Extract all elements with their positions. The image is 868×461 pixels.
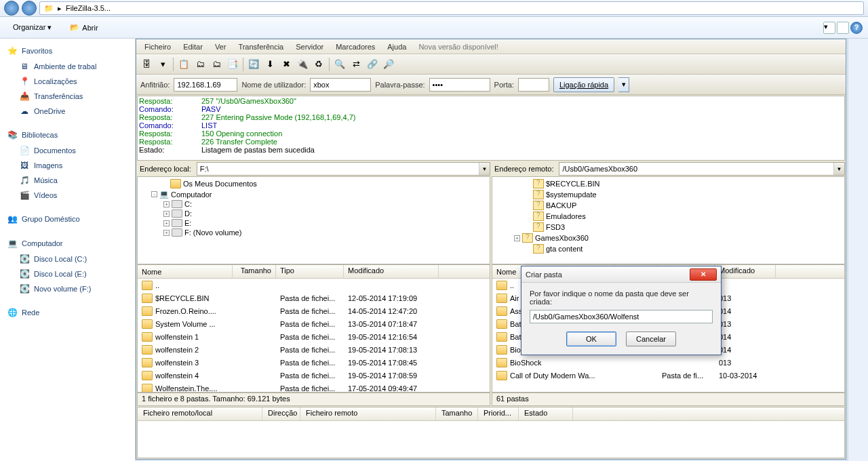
- preview-pane-icon[interactable]: [837, 22, 849, 34]
- organize-button[interactable]: Organizar ▾: [5, 20, 59, 35]
- filter-icon[interactable]: 🔍: [332, 57, 347, 72]
- compare-icon[interactable]: ⇄: [349, 57, 363, 72]
- local-filelist[interactable]: Nome Tamanho Tipo Modificado ..$RECYCLE.…: [137, 264, 490, 393]
- file-row[interactable]: $RECYCLE.BINPasta de fichei...12-05-2014…: [138, 292, 490, 304]
- views-dropdown-icon[interactable]: ▾: [823, 22, 835, 34]
- refresh-icon[interactable]: 🔄: [246, 57, 261, 72]
- sidebar-item[interactable]: 💽Disco Local (C:): [0, 252, 135, 266]
- sidebar-item[interactable]: 💽Novo volume (F:): [0, 281, 135, 296]
- tree-node[interactable]: -💻Computador: [139, 189, 488, 199]
- nav-fwd-button[interactable]: [22, 1, 37, 16]
- new-version-notice[interactable]: Nova versão disponível!: [413, 41, 503, 52]
- file-row[interactable]: BioShock013: [492, 356, 844, 369]
- message-log[interactable]: Resposta:257 "/Usb0/GamesXbox360"Comando…: [137, 96, 845, 161]
- tree-node[interactable]: BACKUP: [494, 200, 843, 211]
- sidebar-item[interactable]: 🖥Ambiente de trabal: [0, 59, 135, 74]
- tree-node[interactable]: FSD3: [494, 222, 843, 233]
- sync-browse-icon[interactable]: 🔗: [365, 57, 380, 72]
- tree-node[interactable]: $RECYCLE.BIN: [494, 178, 843, 189]
- sidebar-item[interactable]: 📍Localizações: [0, 74, 135, 89]
- network-group[interactable]: 🌐Rede: [0, 304, 135, 321]
- queue-col[interactable]: Ficheiro remoto: [300, 407, 436, 420]
- expander-icon[interactable]: +: [163, 230, 170, 236]
- dialog-close-button[interactable]: ✕: [690, 268, 717, 281]
- transfer-queue[interactable]: Ficheiro remoto/localDirecçãoFicheiro re…: [137, 407, 845, 458]
- tree-node[interactable]: +E:: [139, 218, 488, 228]
- local-tree[interactable]: Os Meus Documentos-💻Computador+C:+D:+E:+…: [137, 176, 490, 264]
- remote-addr-dropdown[interactable]: ▼: [833, 163, 844, 175]
- expander-icon[interactable]: -: [151, 191, 157, 197]
- tree-node[interactable]: gta content: [494, 243, 843, 254]
- expander-icon[interactable]: +: [163, 220, 170, 226]
- sitemanager-dd-icon[interactable]: ▾: [155, 57, 170, 72]
- file-row[interactable]: ..: [138, 279, 490, 292]
- menu-item[interactable]: Marcadores: [330, 41, 380, 52]
- port-input[interactable]: [518, 78, 549, 92]
- tree-node[interactable]: +C:: [139, 199, 488, 209]
- toggle-local-tree-icon[interactable]: 🗂: [193, 57, 208, 72]
- tree-node[interactable]: Os Meus Documentos: [139, 178, 488, 189]
- queue-col[interactable]: Tamanho: [436, 407, 478, 420]
- dialog-cancel-button[interactable]: Cancelar: [626, 332, 676, 346]
- menu-item[interactable]: Ajuda: [382, 41, 412, 52]
- menu-item[interactable]: Ficheiro: [139, 41, 176, 52]
- help-icon[interactable]: ?: [850, 22, 863, 34]
- file-row[interactable]: wolfenstein 2Pasta de fichei...19-05-201…: [138, 343, 490, 356]
- tree-node[interactable]: $systemupdate: [494, 189, 843, 200]
- remote-addr-input[interactable]: [559, 162, 845, 176]
- reconnect-icon[interactable]: ♻: [311, 57, 326, 72]
- file-row[interactable]: wolfenstein 4Pasta de fichei...19-05-201…: [138, 369, 490, 382]
- favorites-group[interactable]: ⭐Favoritos: [0, 43, 135, 59]
- file-row[interactable]: Wolfenstein.The....Pasta de fichei...17-…: [138, 382, 490, 392]
- sidebar-item[interactable]: ☁OneDrive: [0, 104, 135, 119]
- local-filelist-header[interactable]: Nome Tamanho Tipo Modificado: [138, 265, 490, 279]
- disconnect-icon[interactable]: 🔌: [295, 57, 310, 72]
- sidebar-item[interactable]: 🎬Vídeos: [0, 188, 135, 203]
- homegroup-group[interactable]: 👥Grupo Doméstico: [0, 211, 135, 227]
- file-row[interactable]: Call of Duty Modern Wa...Pasta de fi...1…: [492, 369, 844, 382]
- dialog-foldername-input[interactable]: [530, 310, 713, 323]
- host-input[interactable]: [174, 78, 237, 92]
- file-row[interactable]: wolfenstein 3Pasta de fichei...19-05-201…: [138, 356, 490, 369]
- explorer-path-box[interactable]: 📁 ▸ FileZilla-3.5...: [39, 1, 864, 15]
- file-row[interactable]: System Volume ...Pasta de fichei...13-05…: [138, 317, 490, 330]
- queue-col[interactable]: Priorid...: [478, 407, 519, 420]
- remote-tree[interactable]: $RECYCLE.BIN$systemupdateBACKUPEmuladore…: [492, 176, 845, 264]
- queue-header[interactable]: Ficheiro remoto/localDirecçãoFicheiro re…: [138, 407, 844, 421]
- queue-col[interactable]: Estado: [519, 407, 573, 420]
- expander-icon[interactable]: +: [514, 235, 520, 241]
- computer-group[interactable]: 💻Computador: [0, 235, 135, 252]
- search-icon[interactable]: 🔎: [381, 57, 396, 72]
- quickconnect-button[interactable]: Ligação rápida: [553, 77, 614, 92]
- cancel-icon[interactable]: ✖: [279, 57, 294, 72]
- open-button[interactable]: 📂 Abrir: [64, 21, 103, 34]
- dialog-ok-button[interactable]: OK: [566, 332, 616, 346]
- libraries-group[interactable]: 📚Bibliotecas: [0, 127, 135, 143]
- process-queue-icon[interactable]: ⬇: [262, 57, 277, 72]
- file-row[interactable]: wolfenstein 1Pasta de fichei...19-05-201…: [138, 330, 490, 343]
- tree-node[interactable]: +D:: [139, 209, 488, 218]
- tree-node[interactable]: Emuladores: [494, 211, 843, 222]
- tree-node[interactable]: +F: (Novo volume): [139, 228, 488, 237]
- nav-back-button[interactable]: [4, 1, 19, 16]
- sitemanager-icon[interactable]: 🗄: [139, 57, 154, 72]
- menu-item[interactable]: Transferência: [233, 41, 289, 52]
- expander-icon[interactable]: +: [163, 201, 170, 207]
- queue-col[interactable]: Direcção: [262, 407, 300, 420]
- sidebar-item[interactable]: 💽Disco Local (E:): [0, 266, 135, 281]
- toggle-log-icon[interactable]: 📋: [176, 57, 191, 72]
- file-row[interactable]: Frozen.O.Reino....Pasta de fichei...14-0…: [138, 304, 490, 317]
- sidebar-item[interactable]: 📥Transferências: [0, 89, 135, 104]
- toggle-remote-tree-icon[interactable]: 🗂: [209, 57, 224, 72]
- menu-item[interactable]: Ver: [210, 41, 232, 52]
- local-addr-dropdown[interactable]: ▼: [479, 163, 490, 175]
- sidebar-item[interactable]: 🖼Imagens: [0, 158, 135, 173]
- queue-col[interactable]: Ficheiro remoto/local: [138, 407, 262, 420]
- quickconnect-dropdown[interactable]: ▾: [618, 77, 629, 92]
- sidebar-item[interactable]: 📄Documentos: [0, 143, 135, 158]
- user-input[interactable]: [310, 78, 371, 92]
- pass-input[interactable]: [429, 78, 490, 92]
- expander-icon[interactable]: +: [163, 211, 170, 217]
- tree-node[interactable]: +GamesXbox360: [494, 233, 843, 243]
- local-addr-input[interactable]: [197, 162, 490, 176]
